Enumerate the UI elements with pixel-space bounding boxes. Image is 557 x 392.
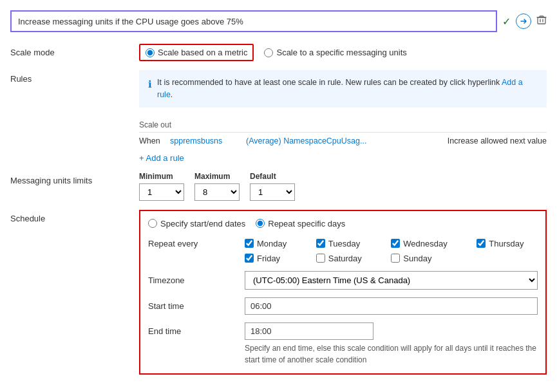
maximum-select[interactable]: 8 bbox=[194, 183, 240, 201]
day-tuesday[interactable]: Tuesday bbox=[316, 239, 376, 248]
scale-mode-radio-group: Scale based on a metric Scale to a speci… bbox=[139, 44, 407, 61]
scale-units-option[interactable]: Scale to a specific messaging units bbox=[264, 48, 406, 57]
start-time-input[interactable] bbox=[245, 297, 538, 315]
start-time-label: Start time bbox=[148, 301, 238, 311]
schedule-radio-group: Specify start/end dates Repeat specific … bbox=[148, 219, 538, 229]
check-icon[interactable]: ✓ bbox=[502, 15, 511, 28]
saturday-checkbox[interactable] bbox=[316, 254, 325, 263]
thursday-checkbox[interactable] bbox=[477, 239, 486, 248]
scale-metric-radio[interactable] bbox=[146, 48, 155, 57]
schedule-section: Specify start/end dates Repeat specific … bbox=[139, 210, 547, 375]
monday-checkbox[interactable] bbox=[245, 239, 254, 248]
rules-content: ℹ It is recommended to have at least one… bbox=[139, 70, 547, 163]
trash-icon[interactable] bbox=[536, 15, 547, 28]
day-wednesday[interactable]: Wednesday bbox=[391, 239, 461, 248]
add-rule-button[interactable]: + Add a rule bbox=[139, 153, 184, 163]
default-select[interactable]: 1 bbox=[250, 183, 295, 201]
days-grid: Monday Tuesday Wednesday Thursday bbox=[245, 239, 538, 263]
messaging-limits-label: Messaging units limits bbox=[10, 172, 139, 185]
tuesday-checkbox[interactable] bbox=[316, 239, 325, 248]
messaging-limits-group: Minimum 1 Maximum 8 Default 1 bbox=[139, 172, 295, 201]
arrow-icon[interactable] bbox=[516, 14, 531, 29]
rules-label: Rules bbox=[10, 70, 139, 84]
timezone-label: Timezone bbox=[148, 275, 238, 285]
default-label: Default bbox=[250, 172, 295, 181]
schedule-dates-radio[interactable] bbox=[148, 219, 157, 228]
schedule-days-option[interactable]: Repeat specific days bbox=[256, 219, 345, 229]
svg-rect-0 bbox=[538, 17, 545, 24]
schedule-label: Schedule bbox=[10, 210, 139, 223]
schedule-days-radio[interactable] bbox=[256, 219, 265, 228]
day-sunday[interactable]: Sunday bbox=[391, 254, 461, 263]
scale-out-section: Scale out When sppremsbusns (Average) Na… bbox=[139, 120, 547, 163]
messaging-limits-content: Minimum 1 Maximum 8 Default 1 bbox=[139, 172, 547, 201]
maximum-label: Maximum bbox=[194, 172, 240, 181]
rule-metric: (Average) NamespaceCpuUsag... bbox=[246, 136, 442, 145]
minimum-select[interactable]: 1 bbox=[139, 183, 184, 201]
rule-action: Increase allowed next value bbox=[448, 136, 547, 145]
schedule-content: Specify start/end dates Repeat specific … bbox=[139, 210, 547, 375]
info-box: ℹ It is recommended to have at least one… bbox=[139, 70, 547, 107]
minimum-label: Minimum bbox=[139, 172, 184, 181]
end-time-hint: Specify an end time, else this scale con… bbox=[245, 342, 538, 366]
scale-mode-label: Scale mode bbox=[10, 44, 139, 57]
day-thursday[interactable]: Thursday bbox=[477, 239, 538, 248]
day-monday[interactable]: Monday bbox=[245, 239, 301, 248]
sunday-checkbox[interactable] bbox=[391, 254, 400, 263]
scale-out-label: Scale out bbox=[139, 120, 547, 129]
condition-bar: ✓ bbox=[10, 10, 547, 32]
info-icon: ℹ bbox=[148, 77, 152, 92]
wednesday-checkbox[interactable] bbox=[391, 239, 400, 248]
end-time-label: End time bbox=[148, 322, 238, 336]
default-group: Default 1 bbox=[250, 172, 295, 201]
rule-service: sppremsbusns bbox=[170, 136, 241, 145]
day-friday[interactable]: Friday bbox=[245, 254, 301, 263]
minimum-group: Minimum 1 bbox=[139, 172, 184, 201]
maximum-group: Maximum 8 bbox=[194, 172, 240, 201]
scale-metric-option[interactable]: Scale based on a metric bbox=[139, 44, 254, 61]
rule-when: When bbox=[139, 136, 165, 145]
day-saturday[interactable]: Saturday bbox=[316, 254, 376, 263]
rules-row: When sppremsbusns (Average) NamespaceCpu… bbox=[139, 132, 547, 149]
main-form: Scale mode Scale based on a metric Scale… bbox=[10, 44, 547, 375]
scale-mode-options: Scale based on a metric Scale to a speci… bbox=[139, 44, 547, 61]
schedule-dates-option[interactable]: Specify start/end dates bbox=[148, 219, 245, 229]
end-time-input[interactable] bbox=[245, 322, 373, 340]
friday-checkbox[interactable] bbox=[245, 254, 254, 263]
timezone-select[interactable]: (UTC-05:00) Eastern Time (US & Canada) bbox=[245, 271, 538, 290]
repeat-every-label: Repeat every bbox=[148, 236, 238, 248]
condition-input[interactable] bbox=[10, 10, 497, 32]
scale-units-radio[interactable] bbox=[264, 48, 273, 57]
